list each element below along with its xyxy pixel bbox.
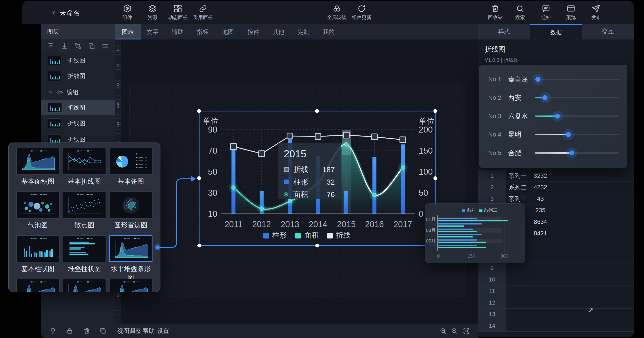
legend-item[interactable]: 柱形 xyxy=(263,231,287,239)
table-cell[interactable] xyxy=(575,228,598,239)
bar-series-bar[interactable] xyxy=(232,144,236,214)
gallery-item-scatter[interactable] xyxy=(63,192,106,219)
gallery-item-pie[interactable] xyxy=(109,148,152,175)
table-cell[interactable]: 系列二 xyxy=(506,182,529,193)
selection-handle[interactable] xyxy=(198,109,201,113)
table-cell[interactable] xyxy=(506,262,529,274)
table-cell[interactable] xyxy=(575,205,598,216)
table-cell[interactable] xyxy=(552,216,575,228)
table-cell[interactable] xyxy=(529,320,552,331)
layer-row[interactable]: 折线图 xyxy=(41,53,115,68)
table-cell[interactable] xyxy=(621,205,634,216)
zoom-out-button[interactable] xyxy=(439,327,447,335)
table-cell[interactable] xyxy=(552,251,575,262)
table-cell[interactable] xyxy=(529,262,552,274)
tab-8[interactable]: 我的 xyxy=(316,24,341,40)
selection-handle[interactable] xyxy=(198,244,201,248)
resize-icon[interactable] xyxy=(586,306,595,314)
status-menu-2[interactable]: 设置 xyxy=(157,324,169,338)
slider-thumb[interactable] xyxy=(555,114,560,119)
bar-series-bar[interactable] xyxy=(344,191,348,214)
table-cell[interactable] xyxy=(621,228,634,239)
table-cell[interactable] xyxy=(529,251,552,262)
table-cell[interactable]: 8421 xyxy=(529,228,552,239)
table-cell[interactable] xyxy=(552,170,575,182)
table-cell[interactable] xyxy=(529,274,552,285)
bar-series-bar[interactable] xyxy=(372,157,376,214)
table-cell[interactable] xyxy=(598,205,621,216)
delete-button[interactable] xyxy=(83,327,90,335)
table-cell[interactable] xyxy=(598,274,621,285)
gallery-item-area[interactable] xyxy=(109,235,152,262)
table-cell[interactable]: 4232 xyxy=(529,182,552,193)
table-cell[interactable]: 235 xyxy=(529,205,552,216)
table-cell[interactable] xyxy=(621,274,634,285)
gallery-item-bubble[interactable] xyxy=(16,192,60,219)
gallery-item-area[interactable] xyxy=(16,279,60,292)
legend-item[interactable]: 折线 xyxy=(327,231,350,239)
gallery-item-radar[interactable] xyxy=(109,192,152,219)
table-cell[interactable] xyxy=(575,182,598,193)
gallery-item-area[interactable] xyxy=(109,279,152,292)
table-cell[interactable]: 系列一 xyxy=(506,170,529,182)
status-menu-0[interactable]: 视图调整 xyxy=(117,324,141,338)
table-cell[interactable] xyxy=(506,297,529,308)
table-cell[interactable] xyxy=(598,308,621,320)
tab-7[interactable]: 定制 xyxy=(292,24,316,40)
rank-slider[interactable] xyxy=(535,134,619,135)
rank-slider[interactable] xyxy=(535,79,619,80)
table-cell[interactable] xyxy=(621,308,634,320)
gallery-item-line[interactable] xyxy=(63,148,106,175)
tab-6[interactable]: 其他 xyxy=(266,24,291,40)
table-cell[interactable] xyxy=(506,308,529,320)
selection-handle[interactable] xyxy=(315,109,319,113)
table-cell[interactable] xyxy=(529,308,552,320)
table-cell[interactable] xyxy=(621,262,634,274)
table-cell[interactable] xyxy=(575,285,598,297)
table-cell[interactable] xyxy=(621,170,634,182)
table-cell[interactable] xyxy=(575,170,598,182)
rank-slider[interactable] xyxy=(535,152,619,153)
gallery-item-hbar[interactable] xyxy=(63,235,106,262)
rank-slider[interactable] xyxy=(535,97,619,98)
table-cell[interactable] xyxy=(552,285,575,297)
table-cell[interactable] xyxy=(621,297,634,308)
table-cell[interactable] xyxy=(598,239,621,251)
duplicate-button[interactable] xyxy=(99,327,107,335)
table-cell[interactable] xyxy=(506,274,529,285)
slider-thumb[interactable] xyxy=(569,150,574,155)
gallery-item-area[interactable] xyxy=(63,279,106,292)
table-cell[interactable] xyxy=(575,320,598,331)
table-cell[interactable] xyxy=(552,205,575,216)
tab-1[interactable]: 文字 xyxy=(140,24,165,40)
back-icon[interactable] xyxy=(50,10,57,17)
layer-row[interactable]: 折线图 xyxy=(41,100,115,115)
table-cell[interactable] xyxy=(506,285,529,297)
table-cell[interactable] xyxy=(621,285,634,297)
tab-5[interactable]: 控件 xyxy=(241,24,266,40)
table-cell[interactable] xyxy=(552,320,575,331)
table-cell[interactable] xyxy=(575,216,598,228)
move-top-icon[interactable] xyxy=(47,42,55,50)
slider-thumb[interactable] xyxy=(566,132,571,137)
layer-group-row[interactable]: 编组 xyxy=(41,85,115,99)
bar-series-bar[interactable] xyxy=(401,144,405,214)
mini-legend-item[interactable]: 系列一 xyxy=(462,208,480,213)
table-cell[interactable]: 3232 xyxy=(529,170,552,182)
table-cell[interactable] xyxy=(529,285,552,297)
table-cell[interactable] xyxy=(621,320,634,331)
table-cell[interactable] xyxy=(552,193,575,205)
chevron-down-icon[interactable] xyxy=(48,89,54,95)
idea-button[interactable] xyxy=(49,327,57,335)
tab-3[interactable]: 指标 xyxy=(190,24,215,40)
inspector-tab-0[interactable]: 样式 xyxy=(478,24,530,40)
table-cell[interactable] xyxy=(506,320,529,331)
table-cell[interactable] xyxy=(598,320,621,331)
tab-0[interactable]: 图表 xyxy=(115,24,141,40)
table-cell[interactable] xyxy=(598,193,621,205)
mini-legend-item[interactable]: 系列二 xyxy=(479,208,498,213)
gallery-item-area[interactable] xyxy=(16,148,60,175)
table-cell[interactable] xyxy=(598,297,621,308)
table-cell[interactable] xyxy=(552,239,575,251)
table-cell[interactable]: 43 xyxy=(529,193,552,205)
